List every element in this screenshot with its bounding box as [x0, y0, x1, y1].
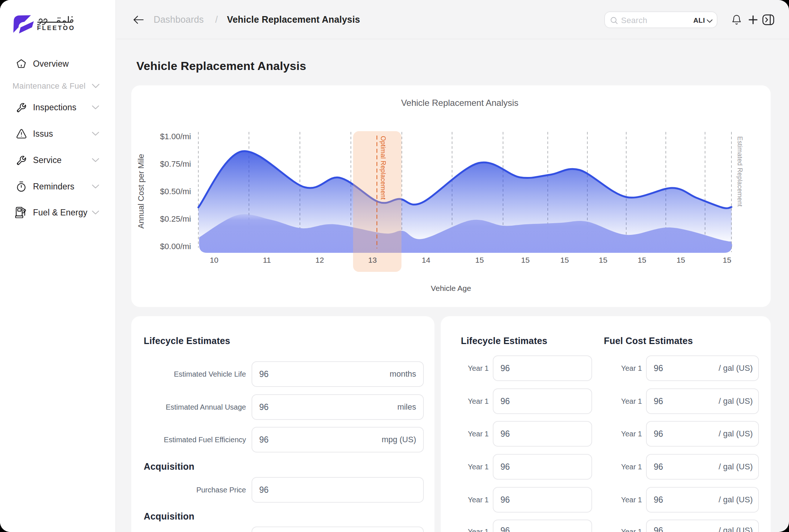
svg-text:Vehicle Age: Vehicle Age [431, 284, 471, 292]
svg-text:12: 12 [315, 256, 324, 264]
svg-text:15: 15 [475, 256, 484, 264]
svg-text:$0.25/mi: $0.25/mi [160, 214, 191, 223]
svg-text:15: 15 [560, 256, 569, 264]
svg-text:13: 13 [368, 256, 377, 264]
svg-text:Estimated Replacement: Estimated Replacement [736, 136, 744, 207]
svg-text:Vehicle Replacement Analysis: Vehicle Replacement Analysis [401, 98, 518, 108]
svg-text:15: 15 [521, 256, 529, 264]
svg-text:11: 11 [263, 256, 271, 264]
svg-text:$1.00/mi: $1.00/mi [160, 132, 191, 141]
svg-text:15: 15 [638, 256, 646, 264]
svg-text:15: 15 [676, 256, 685, 264]
svg-text:14: 14 [422, 256, 430, 264]
svg-text:$0.00/mi: $0.00/mi [160, 242, 191, 251]
svg-text:$0.75/mi: $0.75/mi [160, 159, 191, 169]
svg-text:15: 15 [599, 256, 607, 264]
svg-text:$0.50/mi: $0.50/mi [160, 187, 191, 196]
svg-text:15: 15 [723, 256, 731, 264]
svg-text:10: 10 [210, 256, 218, 264]
svg-text:Optimal Replacement: Optimal Replacement [379, 136, 387, 200]
svg-text:Annual Cost per Mile: Annual Cost per Mile [136, 154, 146, 229]
